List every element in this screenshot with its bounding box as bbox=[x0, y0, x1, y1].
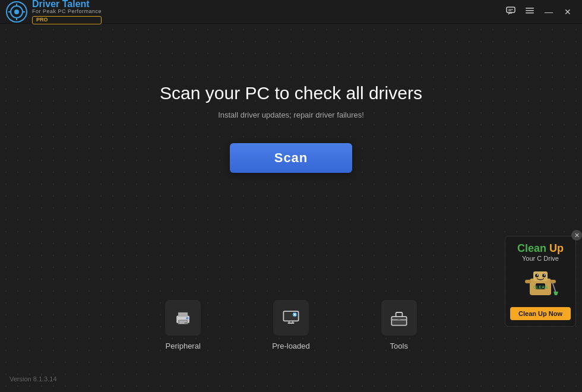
main-heading: Scan your PC to check all drivers bbox=[160, 83, 422, 103]
cleanup-title-clean: Clean bbox=[517, 242, 546, 254]
svg-point-28 bbox=[544, 274, 545, 276]
center-content: Scan your PC to check all drivers Instal… bbox=[160, 83, 422, 173]
bottom-icons-row: Peripheral Pre-loaded bbox=[0, 300, 582, 350]
svg-rect-6 bbox=[526, 8, 534, 9]
preloaded-icon-item[interactable]: Pre-loaded bbox=[272, 300, 310, 350]
close-icon: ✕ bbox=[564, 7, 571, 17]
main-subheading: Install driver updates; repair driver fa… bbox=[218, 110, 364, 119]
menu-icon bbox=[525, 7, 534, 17]
cleanup-title-up: Up bbox=[549, 242, 564, 254]
cleanup-icon-area: CLEAN bbox=[510, 265, 571, 301]
logo-text: Driver Talent For Peak PC Performance PR… bbox=[32, 0, 102, 24]
cleanup-content: Clean Up Your C Drive bbox=[505, 236, 576, 327]
cleanup-now-button[interactable]: Clean Up Now bbox=[510, 307, 571, 320]
svg-line-31 bbox=[552, 282, 556, 293]
peripheral-icon-circle bbox=[165, 300, 201, 336]
app-name: Driver Talent bbox=[32, 0, 102, 9]
preloaded-icon-circle bbox=[273, 300, 309, 336]
svg-point-26 bbox=[542, 274, 546, 277]
peripheral-icon bbox=[172, 307, 194, 328]
titlebar: Driver Talent For Peak PC Performance PR… bbox=[0, 0, 582, 24]
svg-rect-12 bbox=[179, 321, 187, 321]
svg-rect-7 bbox=[526, 10, 534, 11]
cleanup-mascot-icon: CLEAN bbox=[523, 267, 558, 300]
svg-rect-13 bbox=[179, 323, 185, 323]
preloaded-label: Pre-loaded bbox=[272, 342, 310, 350]
main-content: Scan your PC to check all drivers Instal… bbox=[0, 24, 582, 392]
pro-badge: PRO bbox=[32, 16, 102, 24]
preloaded-icon bbox=[280, 307, 302, 328]
svg-point-27 bbox=[537, 274, 538, 276]
close-button[interactable]: ✕ bbox=[559, 5, 576, 19]
svg-point-2 bbox=[14, 10, 19, 14]
svg-rect-8 bbox=[526, 12, 534, 14]
minimize-icon: — bbox=[545, 7, 553, 17]
tools-icon bbox=[388, 307, 410, 328]
peripheral-label: Peripheral bbox=[166, 342, 201, 350]
svg-rect-10 bbox=[178, 312, 188, 317]
chat-button[interactable] bbox=[502, 5, 519, 19]
cleanup-subtitle: Your C Drive bbox=[510, 255, 571, 262]
titlebar-controls: — ✕ bbox=[502, 5, 576, 19]
svg-rect-22 bbox=[397, 320, 400, 321]
app-logo-icon bbox=[6, 1, 27, 23]
svg-point-25 bbox=[535, 274, 539, 277]
peripheral-icon-item[interactable]: Peripheral bbox=[165, 300, 201, 350]
tools-icon-circle bbox=[381, 300, 417, 336]
titlebar-left: Driver Talent For Peak PC Performance PR… bbox=[6, 0, 102, 24]
svg-rect-29 bbox=[525, 280, 531, 283]
svg-rect-20 bbox=[393, 318, 406, 324]
chat-icon bbox=[506, 7, 515, 17]
tools-icon-item[interactable]: Tools bbox=[381, 300, 417, 350]
cleanup-close-button[interactable]: ✕ bbox=[571, 230, 582, 241]
menu-button[interactable] bbox=[521, 5, 538, 19]
version-text: Version 8.1.3.14 bbox=[10, 375, 57, 382]
tools-label: Tools bbox=[390, 342, 408, 350]
cleanup-ad-banner[interactable]: ✕ Clean Up Your C Drive bbox=[505, 236, 576, 327]
cleanup-title: Clean Up bbox=[510, 242, 571, 255]
svg-point-14 bbox=[186, 317, 189, 320]
svg-rect-11 bbox=[178, 320, 188, 324]
svg-text:CLEAN: CLEAN bbox=[533, 285, 548, 289]
minimize-button[interactable]: — bbox=[540, 5, 557, 19]
app-tagline: For Peak PC Performance bbox=[32, 9, 102, 15]
scan-button[interactable]: Scan bbox=[230, 143, 352, 173]
